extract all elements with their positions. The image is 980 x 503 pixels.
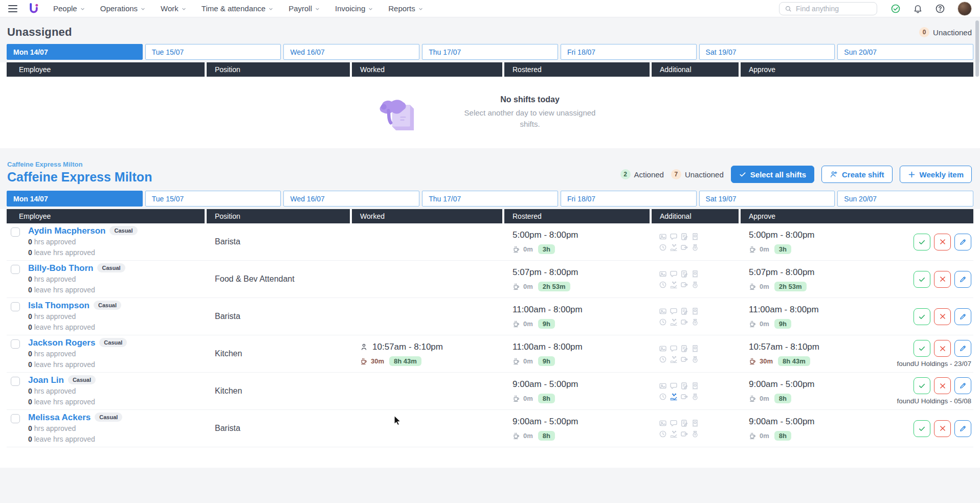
money-bag-icon[interactable] <box>691 281 702 289</box>
nav-menu-item-reports[interactable]: Reports <box>388 4 423 13</box>
approvals-check-icon[interactable] <box>890 4 901 14</box>
note-icon[interactable] <box>680 345 691 353</box>
day-tab-thu[interactable]: Thu 17/07 <box>422 44 558 60</box>
clock-icon[interactable] <box>659 243 670 252</box>
reject-shift-button[interactable] <box>934 308 951 325</box>
approve-shift-button[interactable] <box>914 340 930 357</box>
global-search[interactable] <box>779 2 877 15</box>
transfer-icon[interactable] <box>680 281 691 289</box>
select-all-shifts-button[interactable]: Select all shifts <box>731 166 814 183</box>
comment-icon[interactable] <box>670 270 680 278</box>
clock-icon[interactable] <box>659 393 670 401</box>
day-tab-wed[interactable]: Wed 16/07 <box>283 44 419 60</box>
receipt-icon[interactable] <box>691 233 702 241</box>
row-checkbox[interactable] <box>11 377 20 386</box>
approve-shift-button[interactable] <box>914 308 930 325</box>
note-icon[interactable] <box>680 307 691 315</box>
reject-shift-button[interactable] <box>934 271 951 288</box>
edit-shift-button[interactable] <box>954 340 971 357</box>
day-tab-sat[interactable]: Sat 19/07 <box>699 44 835 60</box>
employee-name-link[interactable]: Billy-Bob Thorn <box>28 263 93 273</box>
image-icon[interactable] <box>659 419 670 427</box>
row-checkbox[interactable] <box>11 227 20 237</box>
hamburger-menu-icon[interactable] <box>8 5 17 12</box>
money-bag-icon[interactable] <box>691 430 702 438</box>
receipt-icon[interactable] <box>691 419 702 427</box>
transfer-icon[interactable] <box>680 430 691 438</box>
image-icon[interactable] <box>659 382 670 390</box>
image-icon[interactable] <box>659 233 670 241</box>
allowance-icon[interactable] <box>670 393 680 401</box>
day-tab-mon[interactable]: Mon 14/07 <box>7 44 143 60</box>
approve-shift-button[interactable] <box>914 271 930 288</box>
image-icon[interactable] <box>659 307 670 315</box>
day-tab-thu[interactable]: Thu 17/07 <box>422 191 558 207</box>
edit-shift-button[interactable] <box>954 308 971 325</box>
comment-icon[interactable] <box>670 382 680 390</box>
edit-shift-button[interactable] <box>954 377 971 394</box>
employee-name-link[interactable]: Aydin Macpherson <box>28 226 105 236</box>
notifications-bell-icon[interactable] <box>913 4 923 13</box>
row-checkbox[interactable] <box>11 265 20 274</box>
employee-name-link[interactable]: Joan Lin <box>28 375 64 385</box>
clock-icon[interactable] <box>659 281 670 289</box>
receipt-icon[interactable] <box>691 270 702 278</box>
search-input[interactable] <box>796 5 872 13</box>
nav-menu-item-people[interactable]: People <box>53 4 85 13</box>
transfer-icon[interactable] <box>680 393 691 401</box>
note-icon[interactable] <box>680 270 691 278</box>
row-checkbox[interactable] <box>11 414 20 423</box>
nav-menu-item-time-attendance[interactable]: Time & attendance <box>202 4 273 13</box>
day-tab-sun[interactable]: Sun 20/07 <box>837 44 973 60</box>
comment-icon[interactable] <box>670 345 680 353</box>
edit-shift-button[interactable] <box>954 271 971 288</box>
transfer-icon[interactable] <box>680 355 691 363</box>
receipt-icon[interactable] <box>691 307 702 315</box>
day-tab-tue[interactable]: Tue 15/07 <box>145 191 281 207</box>
reject-shift-button[interactable] <box>934 420 951 437</box>
transfer-icon[interactable] <box>680 318 691 326</box>
clock-icon[interactable] <box>659 355 670 363</box>
clock-icon[interactable] <box>659 430 670 438</box>
allowance-icon[interactable] <box>670 281 680 289</box>
approve-shift-button[interactable] <box>914 234 930 250</box>
nav-menu-item-operations[interactable]: Operations <box>100 4 145 13</box>
help-icon[interactable] <box>935 4 945 14</box>
day-tab-tue[interactable]: Tue 15/07 <box>145 44 281 60</box>
reject-shift-button[interactable] <box>934 234 951 250</box>
note-icon[interactable] <box>680 233 691 241</box>
user-avatar[interactable] <box>957 2 972 16</box>
receipt-icon[interactable] <box>691 345 702 353</box>
comment-icon[interactable] <box>670 419 680 427</box>
money-bag-icon[interactable] <box>691 318 702 326</box>
day-tab-sun[interactable]: Sun 20/07 <box>837 191 973 207</box>
money-bag-icon[interactable] <box>691 243 702 252</box>
edit-shift-button[interactable] <box>954 420 971 437</box>
approve-shift-button[interactable] <box>914 420 930 437</box>
nav-menu-item-work[interactable]: Work <box>161 4 186 13</box>
clock-icon[interactable] <box>659 318 670 326</box>
transfer-icon[interactable] <box>680 243 691 252</box>
venue-breadcrumb-link[interactable]: Caffeine Express Milton <box>7 161 152 168</box>
comment-icon[interactable] <box>670 307 680 315</box>
image-icon[interactable] <box>659 345 670 353</box>
allowance-icon[interactable] <box>670 318 680 326</box>
allowance-icon[interactable] <box>670 243 680 252</box>
vertical-scrollbar[interactable] <box>975 20 979 77</box>
day-tab-mon[interactable]: Mon 14/07 <box>7 191 143 207</box>
allowance-icon[interactable] <box>670 355 680 363</box>
note-icon[interactable] <box>680 382 691 390</box>
money-bag-icon[interactable] <box>691 393 702 401</box>
row-checkbox[interactable] <box>11 339 20 349</box>
row-checkbox[interactable] <box>11 302 20 311</box>
nav-menu-item-invoicing[interactable]: Invoicing <box>335 4 373 13</box>
day-tab-fri[interactable]: Fri 18/07 <box>561 44 697 60</box>
reject-shift-button[interactable] <box>934 340 951 357</box>
reject-shift-button[interactable] <box>934 377 951 394</box>
foundu-logo[interactable] <box>29 3 39 15</box>
day-tab-sat[interactable]: Sat 19/07 <box>699 191 835 207</box>
day-tab-wed[interactable]: Wed 16/07 <box>283 191 419 207</box>
day-tab-fri[interactable]: Fri 18/07 <box>561 191 697 207</box>
image-icon[interactable] <box>659 270 670 278</box>
employee-name-link[interactable]: Isla Thompson <box>28 301 90 310</box>
